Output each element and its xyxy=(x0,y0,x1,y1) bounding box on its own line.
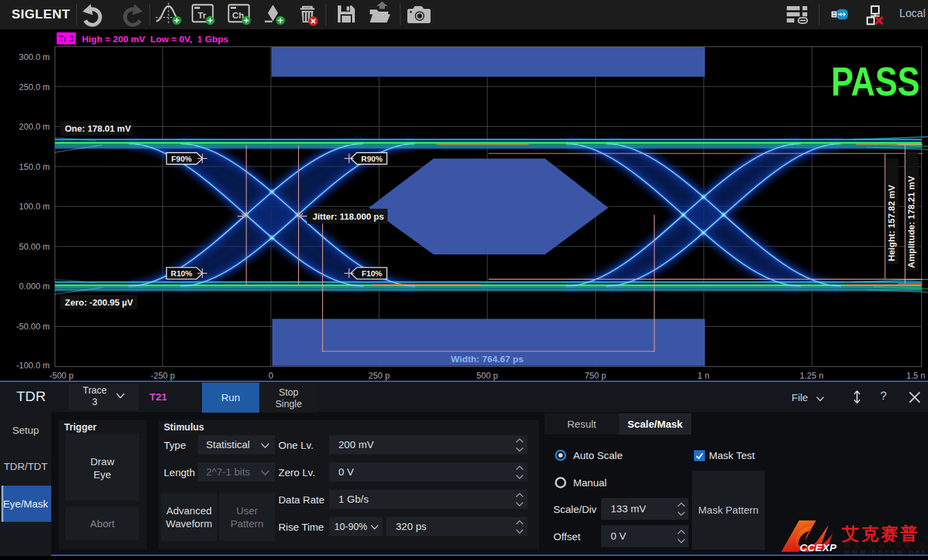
svg-text:Tr 3: Tr 3 xyxy=(59,34,74,44)
svg-text:100.0 m: 100.0 m xyxy=(19,202,50,211)
svg-text:Jitter: 118.000 ps: Jitter: 118.000 ps xyxy=(313,211,384,222)
svg-text:www.hncsw.net: www.hncsw.net xyxy=(843,548,925,555)
svg-text:1.5 n: 1.5 n xyxy=(906,371,925,381)
svg-text:-50.00 m: -50.00 m xyxy=(16,322,50,331)
svg-text:Width: 764.67 ps: Width: 764.67 ps xyxy=(451,354,523,364)
svg-text:-100.0 m: -100.0 m xyxy=(16,361,50,370)
svg-text:-500 p: -500 p xyxy=(49,371,73,381)
svg-text:1 n: 1 n xyxy=(697,371,709,381)
svg-text:Zero: -200.95 µV: Zero: -200.95 µV xyxy=(65,297,133,308)
svg-text:CCEXP: CCEXP xyxy=(800,542,837,553)
svg-text:300.0 m: 300.0 m xyxy=(19,53,50,62)
svg-text:F90%: F90% xyxy=(171,155,192,163)
svg-text:R10%: R10% xyxy=(171,269,192,278)
svg-text:艾克赛普: 艾克赛普 xyxy=(841,524,920,543)
svg-text:250 p: 250 p xyxy=(368,371,390,381)
svg-text:Height: 157.82 mV: Height: 157.82 mV xyxy=(886,185,897,261)
svg-text:F10%: F10% xyxy=(362,269,382,278)
svg-text:PASS: PASS xyxy=(831,59,920,104)
svg-text:High = 200 mV Low = 0V, 1 Gb: High = 200 mV Low = 0V, 1 Gbps xyxy=(82,34,229,44)
svg-text:750 p: 750 p xyxy=(585,371,606,381)
svg-text:500 p: 500 p xyxy=(476,371,497,381)
svg-text:50.00 m: 50.00 m xyxy=(19,242,50,252)
svg-text:1.25 n: 1.25 n xyxy=(800,371,824,381)
svg-text:Amplitude: 178.21 mV: Amplitude: 178.21 mV xyxy=(906,176,916,268)
svg-text:0: 0 xyxy=(269,371,274,381)
svg-text:-250 p: -250 p xyxy=(151,371,175,381)
svg-text:0.000 m: 0.000 m xyxy=(19,282,50,291)
svg-text:R90%: R90% xyxy=(361,155,382,163)
svg-text:150.0 m: 150.0 m xyxy=(19,162,50,172)
svg-text:250.0 m: 250.0 m xyxy=(19,83,50,92)
svg-text:One: 178.01 mV: One: 178.01 mV xyxy=(65,123,131,134)
svg-text:Tr: Tr xyxy=(198,10,206,20)
svg-text:200.0 m: 200.0 m xyxy=(19,122,50,132)
